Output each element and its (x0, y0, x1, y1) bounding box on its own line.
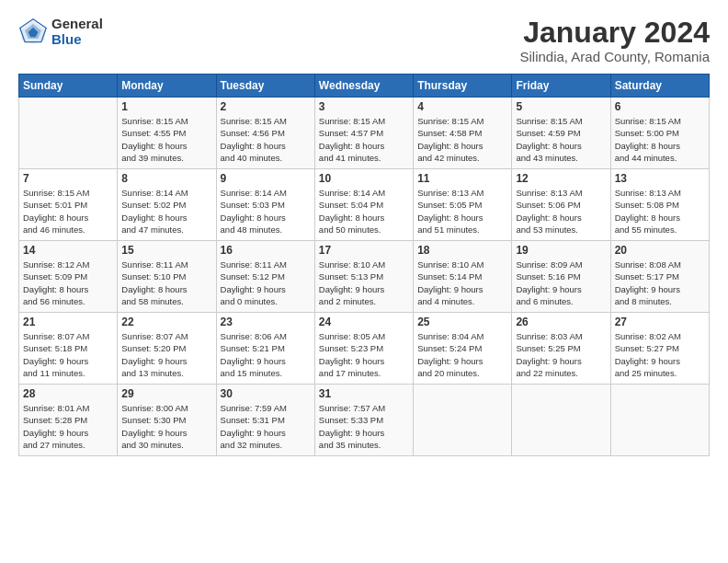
title-area: January 2024 Silindia, Arad County, Roma… (520, 17, 711, 64)
day-number-16: 16 (221, 244, 311, 257)
cell-w3-d3: 16Sunrise: 8:11 AMSunset: 5:12 PMDayligh… (216, 241, 314, 313)
day-info-26: Sunrise: 8:03 AMSunset: 5:25 PMDaylight:… (516, 330, 606, 379)
header-row: Sunday Monday Tuesday Wednesday Thursday… (19, 75, 710, 98)
day-info-6: Sunrise: 8:15 AMSunset: 5:00 PMDaylight:… (615, 115, 705, 164)
header: General Blue January 2024 Silindia, Arad… (18, 17, 710, 64)
day-info-21: Sunrise: 8:07 AMSunset: 5:18 PMDaylight:… (23, 330, 113, 379)
day-number-15: 15 (121, 244, 211, 257)
col-monday: Monday (118, 75, 216, 98)
col-sunday: Sunday (19, 75, 118, 98)
calendar-body: 1Sunrise: 8:15 AMSunset: 4:55 PMDaylight… (19, 98, 710, 456)
day-info-20: Sunrise: 8:08 AMSunset: 5:17 PMDaylight:… (615, 259, 705, 307)
day-info-17: Sunrise: 8:10 AMSunset: 5:13 PMDaylight:… (319, 259, 409, 307)
day-info-15: Sunrise: 8:11 AMSunset: 5:10 PMDaylight:… (121, 259, 211, 307)
cell-w4-d1: 21Sunrise: 8:07 AMSunset: 5:18 PMDayligh… (19, 313, 118, 385)
cell-w1-d5: 4Sunrise: 8:15 AMSunset: 4:58 PMDaylight… (414, 98, 512, 169)
cell-w2-d6: 12Sunrise: 8:13 AMSunset: 5:06 PMDayligh… (512, 169, 610, 241)
logo-blue-text: Blue (51, 32, 103, 48)
day-number-23: 23 (221, 316, 311, 328)
day-number-14: 14 (23, 244, 113, 257)
cell-w1-d3: 2Sunrise: 8:15 AMSunset: 4:56 PMDaylight… (216, 98, 314, 169)
week-row-1: 1Sunrise: 8:15 AMSunset: 4:55 PMDaylight… (19, 98, 710, 169)
cell-w2-d5: 11Sunrise: 8:13 AMSunset: 5:05 PMDayligh… (414, 169, 512, 241)
day-info-30: Sunrise: 7:59 AMSunset: 5:31 PMDaylight:… (221, 402, 311, 451)
day-info-13: Sunrise: 8:13 AMSunset: 5:08 PMDaylight:… (615, 187, 705, 236)
day-number-29: 29 (121, 387, 211, 400)
day-info-25: Sunrise: 8:04 AMSunset: 5:24 PMDaylight:… (417, 330, 507, 379)
cell-w5-d5 (414, 385, 512, 456)
day-number-7: 7 (23, 172, 113, 185)
day-info-16: Sunrise: 8:11 AMSunset: 5:12 PMDaylight:… (221, 259, 311, 307)
day-info-28: Sunrise: 8:01 AMSunset: 5:28 PMDaylight:… (23, 402, 113, 451)
logo: General Blue (18, 17, 103, 47)
day-number-4: 4 (417, 100, 507, 113)
cell-w3-d5: 18Sunrise: 8:10 AMSunset: 5:14 PMDayligh… (414, 241, 512, 313)
day-number-19: 19 (516, 244, 606, 257)
day-info-3: Sunrise: 8:15 AMSunset: 4:57 PMDaylight:… (319, 115, 409, 164)
day-info-7: Sunrise: 8:15 AMSunset: 5:01 PMDaylight:… (23, 187, 113, 236)
cell-w2-d2: 8Sunrise: 8:14 AMSunset: 5:02 PMDaylight… (118, 169, 216, 241)
day-number-17: 17 (319, 244, 409, 257)
day-info-24: Sunrise: 8:05 AMSunset: 5:23 PMDaylight:… (319, 330, 409, 379)
cell-w2-d4: 10Sunrise: 8:14 AMSunset: 5:04 PMDayligh… (314, 169, 413, 241)
day-info-11: Sunrise: 8:13 AMSunset: 5:05 PMDaylight:… (417, 187, 507, 236)
day-number-12: 12 (516, 172, 606, 185)
day-info-12: Sunrise: 8:13 AMSunset: 5:06 PMDaylight:… (516, 187, 606, 236)
cell-w5-d1: 28Sunrise: 8:01 AMSunset: 5:28 PMDayligh… (19, 385, 118, 456)
day-number-2: 2 (221, 100, 311, 113)
day-info-31: Sunrise: 7:57 AMSunset: 5:33 PMDaylight:… (319, 402, 409, 451)
day-info-5: Sunrise: 8:15 AMSunset: 4:59 PMDaylight:… (516, 115, 606, 164)
cell-w4-d2: 22Sunrise: 8:07 AMSunset: 5:20 PMDayligh… (118, 313, 216, 385)
day-number-28: 28 (23, 387, 113, 400)
day-number-31: 31 (319, 387, 409, 400)
col-saturday: Saturday (610, 75, 709, 98)
day-info-23: Sunrise: 8:06 AMSunset: 5:21 PMDaylight:… (221, 330, 311, 379)
day-number-27: 27 (615, 316, 705, 328)
week-row-2: 7Sunrise: 8:15 AMSunset: 5:01 PMDaylight… (19, 169, 710, 241)
cell-w1-d7: 6Sunrise: 8:15 AMSunset: 5:00 PMDaylight… (610, 98, 709, 169)
cell-w2-d1: 7Sunrise: 8:15 AMSunset: 5:01 PMDaylight… (19, 169, 118, 241)
calendar-page: General Blue January 2024 Silindia, Arad… (0, 0, 728, 563)
day-number-8: 8 (121, 172, 211, 185)
col-wednesday: Wednesday (314, 75, 413, 98)
cell-w4-d4: 24Sunrise: 8:05 AMSunset: 5:23 PMDayligh… (314, 313, 413, 385)
logo-text: General Blue (51, 17, 103, 47)
col-tuesday: Tuesday (216, 75, 314, 98)
cell-w1-d2: 1Sunrise: 8:15 AMSunset: 4:55 PMDaylight… (118, 98, 216, 169)
day-number-26: 26 (516, 316, 606, 328)
calendar-header: Sunday Monday Tuesday Wednesday Thursday… (19, 75, 710, 98)
cell-w1-d6: 5Sunrise: 8:15 AMSunset: 4:59 PMDaylight… (512, 98, 610, 169)
day-number-5: 5 (516, 100, 606, 113)
day-info-2: Sunrise: 8:15 AMSunset: 4:56 PMDaylight:… (221, 115, 311, 164)
cell-w4-d5: 25Sunrise: 8:04 AMSunset: 5:24 PMDayligh… (414, 313, 512, 385)
logo-general-text: General (51, 17, 103, 32)
cell-w5-d4: 31Sunrise: 7:57 AMSunset: 5:33 PMDayligh… (314, 385, 413, 456)
day-number-13: 13 (615, 172, 705, 185)
day-number-3: 3 (319, 100, 409, 113)
cell-w5-d7 (610, 385, 709, 456)
day-info-8: Sunrise: 8:14 AMSunset: 5:02 PMDaylight:… (121, 187, 211, 236)
day-number-18: 18 (417, 244, 507, 257)
cell-w3-d4: 17Sunrise: 8:10 AMSunset: 5:13 PMDayligh… (314, 241, 413, 313)
day-info-27: Sunrise: 8:02 AMSunset: 5:27 PMDaylight:… (615, 330, 705, 379)
day-info-10: Sunrise: 8:14 AMSunset: 5:04 PMDaylight:… (319, 187, 409, 236)
cell-w4-d6: 26Sunrise: 8:03 AMSunset: 5:25 PMDayligh… (512, 313, 610, 385)
cell-w1-d4: 3Sunrise: 8:15 AMSunset: 4:57 PMDaylight… (314, 98, 413, 169)
col-thursday: Thursday (414, 75, 512, 98)
day-number-21: 21 (23, 316, 113, 328)
week-row-4: 21Sunrise: 8:07 AMSunset: 5:18 PMDayligh… (19, 313, 710, 385)
cell-w5-d2: 29Sunrise: 8:00 AMSunset: 5:30 PMDayligh… (118, 385, 216, 456)
day-info-1: Sunrise: 8:15 AMSunset: 4:55 PMDaylight:… (121, 115, 211, 164)
day-info-19: Sunrise: 8:09 AMSunset: 5:16 PMDaylight:… (516, 259, 606, 307)
cell-w2-d7: 13Sunrise: 8:13 AMSunset: 5:08 PMDayligh… (610, 169, 709, 241)
week-row-3: 14Sunrise: 8:12 AMSunset: 5:09 PMDayligh… (19, 241, 710, 313)
cell-w3-d1: 14Sunrise: 8:12 AMSunset: 5:09 PMDayligh… (19, 241, 118, 313)
col-friday: Friday (512, 75, 610, 98)
logo-icon (18, 17, 48, 47)
cell-w3-d7: 20Sunrise: 8:08 AMSunset: 5:17 PMDayligh… (610, 241, 709, 313)
day-number-11: 11 (417, 172, 507, 185)
cell-w4-d3: 23Sunrise: 8:06 AMSunset: 5:21 PMDayligh… (216, 313, 314, 385)
cell-w1-d1 (19, 98, 118, 169)
day-info-14: Sunrise: 8:12 AMSunset: 5:09 PMDaylight:… (23, 259, 113, 307)
calendar-table: Sunday Monday Tuesday Wednesday Thursday… (18, 74, 710, 456)
